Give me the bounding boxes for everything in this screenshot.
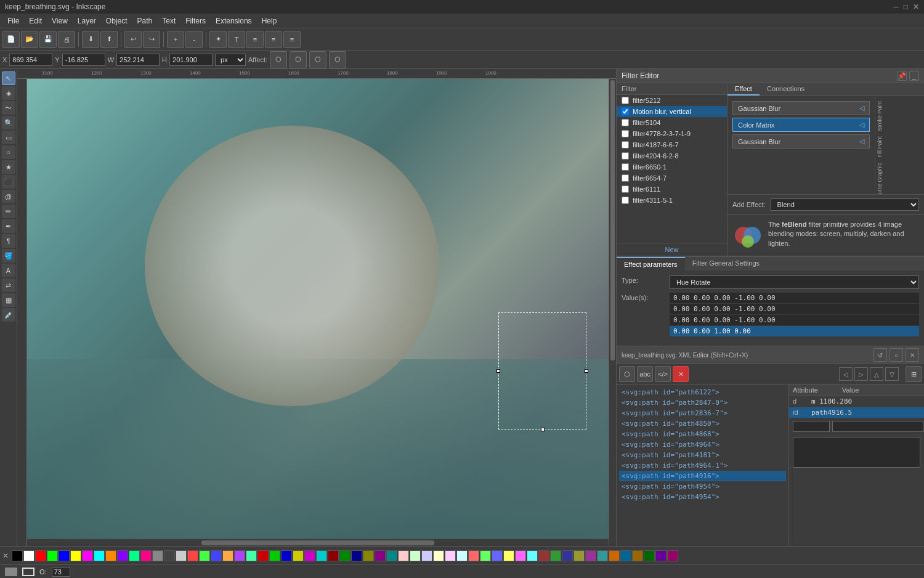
palette-color-21[interactable] [257,550,269,561]
unit-select[interactable]: px mm pt [215,54,246,66]
palette-color-53[interactable] [632,550,643,561]
palette-color-55[interactable] [655,550,667,561]
palette-color-38[interactable] [456,550,468,561]
xml-tree[interactable]: <svg:path id="path6122"><svg:path id="pa… [617,385,788,546]
dropper-tool[interactable]: 💉 [2,308,15,322]
palette-color-16[interactable] [199,550,210,561]
xml-node-3[interactable]: <svg:path id="path4850"> [619,418,786,429]
node-tool[interactable]: ◈ [2,86,15,100]
palette-color-27[interactable] [328,550,339,561]
palette-color-3[interactable] [47,550,58,561]
zoom-in-button[interactable]: + [167,31,184,48]
palette-color-39[interactable] [468,550,479,561]
xml-node-10[interactable]: <svg:path id="path4954"> [619,492,786,502]
palette-color-6[interactable] [82,550,93,561]
filter-new-button[interactable]: New [617,243,727,256]
palette-color-45[interactable] [538,550,549,561]
xml-attr-row-1[interactable]: idpath4916.5 [789,407,924,418]
palette-color-48[interactable] [573,550,585,561]
x-input[interactable] [9,54,52,66]
palette-color-11[interactable] [140,550,152,561]
tweak-tool[interactable]: 〜 [2,101,15,115]
filter-item-7[interactable]: filter6654-7 [617,173,727,184]
palette-color-2[interactable] [35,550,46,561]
xml-node-icon[interactable]: ⬡ [619,366,635,382]
palette-color-24[interactable] [293,550,304,561]
xml-node-5[interactable]: <svg:path id="path4964"> [619,439,786,450]
xml-large-textarea[interactable] [793,437,920,468]
select-tool[interactable]: ↖ [2,71,15,85]
xml-node-1[interactable]: <svg:path id="path2847-0"> [619,397,786,408]
opacity-input[interactable] [52,567,70,577]
open-button[interactable]: 📂 [21,31,38,48]
export-button[interactable]: ⬆ [100,31,118,48]
filter-list-items[interactable]: filter5212Motion blur, verticalfilter510… [617,95,727,243]
palette-color-9[interactable] [117,550,128,561]
filter-item-8[interactable]: filter6111 [617,184,727,195]
xml-expand-btn[interactable]: ⊞ [906,366,922,382]
palette-color-37[interactable] [445,550,456,561]
xml-val-input[interactable] [832,421,923,432]
pen-tool[interactable]: ✒ [2,219,15,233]
filter-checkbox-3[interactable] [622,130,629,137]
xml-node-9[interactable]: <svg:path id="path4954"> [619,481,786,492]
palette-color-4[interactable] [59,550,70,561]
xml-pin-btn[interactable]: ○ [890,348,903,362]
palette-color-7[interactable] [94,550,105,561]
xml-delete-btn[interactable]: ✕ [673,366,689,382]
palette-color-54[interactable] [644,550,655,561]
import-button[interactable]: ⬇ [82,31,99,48]
selection-handle-left[interactable] [496,369,500,373]
no-color-button[interactable]: ✕ [2,552,9,560]
palette-color-19[interactable] [234,550,245,561]
filter-item-2[interactable]: filter5104 [617,117,727,128]
filter-item-5[interactable]: filter4204-6-2-8 [617,150,727,161]
canvas-image[interactable] [27,79,616,546]
xml-close-btn[interactable]: ✕ [906,348,919,362]
affect-btn-4[interactable]: ⬡ [329,51,346,68]
menu-item-object[interactable]: Object [101,15,132,26]
fill-color-indicator[interactable] [5,568,17,576]
palette-color-47[interactable] [562,550,573,561]
xml-refresh-btn[interactable]: ↺ [873,348,887,362]
palette-color-52[interactable] [620,550,631,561]
palette-color-5[interactable] [70,550,81,561]
xml-next-btn[interactable]: ▷ [854,367,868,381]
minimize-button[interactable]: ─ [893,2,899,11]
palette-color-18[interactable] [222,550,233,561]
palette-color-15[interactable] [187,550,198,561]
xml-code-icon[interactable]: </> [655,366,671,382]
xml-attr-icon[interactable]: abc [637,366,653,382]
palette-color-41[interactable] [492,550,503,561]
xml-node-0[interactable]: <svg:path id="path6122"> [619,387,786,397]
palette-color-34[interactable] [410,550,421,561]
value-row-1[interactable]: 0.00 0.00 0.00 -1.00 0.00 [670,304,919,315]
palette-color-32[interactable] [386,550,397,561]
align-right-button[interactable]: ≡ [283,31,301,48]
palette-color-23[interactable] [281,550,292,561]
w-input[interactable] [116,54,160,66]
new-button[interactable]: 📄 [2,31,20,48]
palette-color-31[interactable] [375,550,386,561]
menu-item-help[interactable]: Help [257,15,282,26]
menu-item-file[interactable]: File [2,15,24,26]
filter-checkbox-9[interactable] [622,197,629,204]
stroke-color-indicator[interactable] [22,568,34,576]
circle-tool[interactable]: ○ [2,145,15,159]
spiral-tool[interactable]: @ [2,190,15,203]
xml-attr-input[interactable] [793,421,830,432]
palette-color-13[interactable] [164,550,175,561]
h-input[interactable] [169,54,213,66]
redo-button[interactable]: ↪ [143,31,160,48]
xml-node-4[interactable]: <svg:path id="path4868"> [619,429,786,439]
filter-checkbox-2[interactable] [622,119,629,126]
xml-node-2[interactable]: <svg:path id="path2836-7"> [619,408,786,418]
palette-color-20[interactable] [246,550,257,561]
palette-color-49[interactable] [585,550,596,561]
text-tool[interactable]: A [2,264,15,277]
filter-checkbox-4[interactable] [622,141,629,149]
palette-color-35[interactable] [421,550,432,561]
menu-item-path[interactable]: Path [132,15,158,26]
scrollbar-thumb[interactable] [610,80,615,360]
effect-node-1[interactable]: Color Matrix◁ [732,118,870,132]
